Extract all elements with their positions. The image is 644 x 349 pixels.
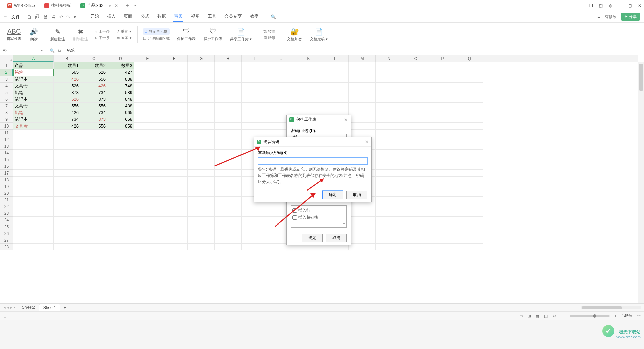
cell-F25[interactable] [161,223,188,230]
cell-B4[interactable]: 526 [54,83,80,89]
vertical-scrollbar[interactable] [638,62,644,303]
cell-Q18[interactable] [456,177,483,183]
cell-H4[interactable] [215,83,241,89]
dialog-title-bar[interactable]: 确认密码 ✕ [254,137,371,147]
cell-A8[interactable]: 铅笔 [13,109,54,116]
cell-F4[interactable] [161,83,188,89]
cell-E2[interactable] [134,69,161,76]
cell-D26[interactable] [107,230,134,237]
row-header-7[interactable]: 7 [0,103,13,109]
finalize-button[interactable]: 📄文档定稿 ▾ [307,23,331,46]
cell-G3[interactable] [188,76,215,83]
cell-E15[interactable] [134,156,161,163]
col-header-I[interactable]: I [241,55,268,62]
cell-N15[interactable] [376,156,402,163]
cell-N16[interactable] [376,163,402,170]
cell-E11[interactable] [134,130,161,136]
cell-M5[interactable] [349,89,376,96]
cell-Q2[interactable] [456,69,483,76]
menu-视图[interactable]: 视图 [190,12,200,22]
row-header-26[interactable]: 26 [0,230,13,237]
row-header-24[interactable]: 24 [0,217,13,223]
row-header-4[interactable]: 4 [0,83,13,89]
cell-N21[interactable] [376,197,402,203]
protect-sheet-button[interactable]: 🛡保护工作表 [174,23,199,46]
cell-H13[interactable] [215,143,241,150]
cell-E26[interactable] [134,230,161,237]
chevron-down-icon[interactable]: ▼ [40,49,43,52]
cell-B10[interactable]: 426 [54,123,80,130]
menu-公式[interactable]: 公式 [140,12,150,22]
cell-G11[interactable] [188,130,215,136]
file-menu[interactable]: 文件 [11,14,20,20]
cell-K5[interactable] [295,89,322,96]
cell-N23[interactable] [376,210,402,217]
cell-C11[interactable] [80,130,107,136]
cell-E12[interactable] [134,136,161,143]
cell-H2[interactable] [215,69,241,76]
cell-N9[interactable] [376,116,402,123]
cell-I27[interactable] [241,237,268,244]
tabs-more-icon[interactable]: ▾ [134,4,136,7]
cell-O27[interactable] [402,237,429,244]
cell-G26[interactable] [188,230,215,237]
quick-icon-0[interactable]: 🗋 [27,14,32,20]
select-all-corner[interactable] [0,55,13,62]
cell-A15[interactable] [13,156,54,163]
view-page-icon[interactable]: ▦ [536,314,539,318]
col-header-C[interactable]: C [80,55,107,62]
cell-A11[interactable] [13,130,54,136]
cell-O10[interactable] [402,123,429,130]
cell-E20[interactable] [134,190,161,197]
row-header-23[interactable]: 23 [0,210,13,217]
cell-G2[interactable] [188,69,215,76]
close-icon[interactable]: ✕ [344,117,348,122]
cell-N7[interactable] [376,103,402,109]
cell-A22[interactable] [13,203,54,210]
quick-icon-2[interactable]: 🖶 [43,14,48,20]
row-header-9[interactable]: 9 [0,116,13,123]
sheet-nav-0[interactable]: |◂ [3,305,6,310]
cell-K3[interactable] [295,76,322,83]
cell-O24[interactable] [402,217,429,223]
cell-M7[interactable] [349,103,376,109]
cell-H23[interactable] [215,210,241,217]
row-header-5[interactable]: 5 [0,89,13,96]
cell-H20[interactable] [215,190,241,197]
cell-N6[interactable] [376,96,402,103]
cell-P18[interactable] [429,177,456,183]
cell-D12[interactable] [107,136,134,143]
cell-P26[interactable] [429,230,456,237]
cell-D19[interactable] [107,183,134,190]
cell-M11[interactable] [349,130,376,136]
cell-N3[interactable] [376,76,402,83]
cell-E25[interactable] [134,223,161,230]
cell-L1[interactable] [322,62,349,69]
cell-D4[interactable]: 748 [107,83,134,89]
cell-D8[interactable]: 965 [107,109,134,116]
cell-Q7[interactable] [456,103,483,109]
cell-A21[interactable] [13,197,54,203]
cell-L2[interactable] [322,69,349,76]
cell-D9[interactable]: 658 [107,116,134,123]
cell-B21[interactable] [54,197,80,203]
cell-G24[interactable] [188,217,215,223]
cell-M24[interactable] [349,217,376,223]
col-header-E[interactable]: E [134,55,161,62]
quick-icon-3[interactable]: 🖨 [51,14,56,20]
cell-N22[interactable] [376,203,402,210]
row-header-14[interactable]: 14 [0,150,13,156]
quick-icon-1[interactable]: 🗐 [35,14,40,20]
cell-F28[interactable] [161,244,188,250]
cell-H25[interactable] [215,223,241,230]
cell-N12[interactable] [376,136,402,143]
cell-C22[interactable] [80,203,107,210]
stack-icon[interactable]: ❐ [589,3,593,8]
cell-P16[interactable] [429,163,456,170]
cell-I7[interactable] [241,103,268,109]
reenter-password-input[interactable] [258,158,367,164]
cell-G7[interactable] [188,103,215,109]
cell-K6[interactable] [295,96,322,103]
cell-Q23[interactable] [456,210,483,217]
cell-C27[interactable] [80,237,107,244]
